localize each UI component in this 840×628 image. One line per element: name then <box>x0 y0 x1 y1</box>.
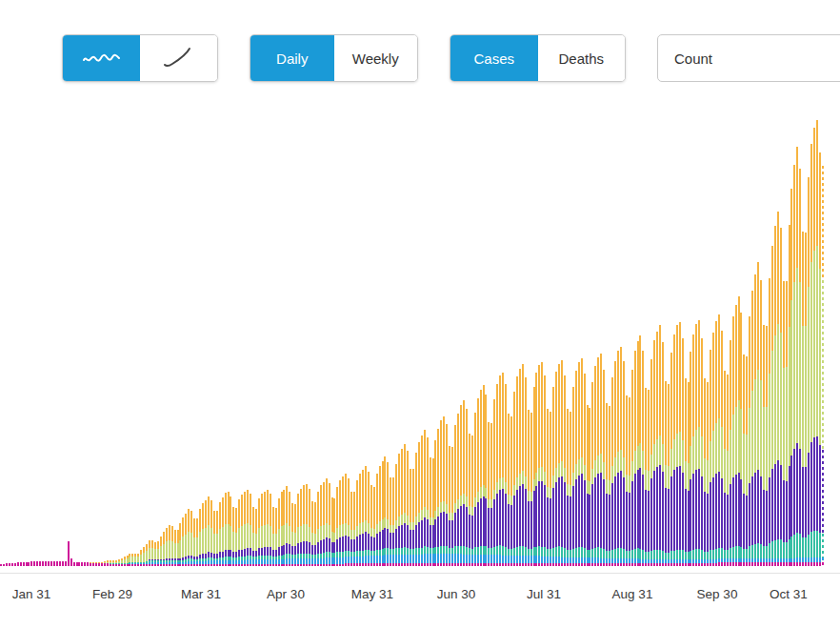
bar-day-231[interactable] <box>648 390 650 566</box>
bar-day-289[interactable] <box>810 144 812 566</box>
bar-day-34[interactable] <box>95 562 97 566</box>
bar-day-70[interactable] <box>196 518 198 566</box>
bar-day-175[interactable] <box>490 423 492 566</box>
bar-day-240[interactable] <box>673 334 675 566</box>
bar-day-168[interactable] <box>471 436 473 566</box>
bar-day-230[interactable] <box>645 388 647 566</box>
bar-day-94[interactable] <box>264 492 266 566</box>
bar-day-14[interactable] <box>39 561 41 566</box>
bar-day-235[interactable] <box>659 325 661 566</box>
bar-day-265[interactable] <box>743 355 745 566</box>
bar-day-247[interactable] <box>692 334 694 566</box>
bar-day-169[interactable] <box>474 413 476 566</box>
bar-day-202[interactable] <box>567 409 569 566</box>
bar-day-48[interactable] <box>134 554 136 566</box>
bar-day-250[interactable] <box>701 338 703 566</box>
bar-day-116[interactable] <box>326 478 328 566</box>
bar-day-149[interactable] <box>418 442 420 566</box>
bar-day-53[interactable] <box>149 540 150 566</box>
bar-day-25[interactable] <box>70 558 72 566</box>
bar-day-159[interactable] <box>446 424 448 566</box>
bar-day-73[interactable] <box>205 500 207 566</box>
bar-day-101[interactable] <box>283 490 285 566</box>
bar-day-274[interactable] <box>769 278 770 566</box>
bar-day-287[interactable] <box>805 233 807 566</box>
metric-deaths-button[interactable]: Deaths <box>538 35 626 81</box>
bar-day-288[interactable] <box>808 177 810 566</box>
bar-day-198[interactable] <box>555 372 557 566</box>
bar-day-194[interactable] <box>544 375 546 566</box>
bar-day-13[interactable] <box>36 561 38 566</box>
bar-day-99[interactable] <box>278 498 280 566</box>
bar-day-42[interactable] <box>118 559 120 566</box>
bar-day-248[interactable] <box>695 324 697 566</box>
bar-day-174[interactable] <box>488 422 490 566</box>
bar-day-162[interactable] <box>454 425 456 566</box>
bar-day-208[interactable] <box>584 374 586 566</box>
bar-day-270[interactable] <box>757 262 759 566</box>
bar-day-50[interactable] <box>140 550 142 566</box>
bar-day-132[interactable] <box>370 485 372 566</box>
bar-day-273[interactable] <box>766 326 768 566</box>
bar-day-15[interactable] <box>42 561 44 566</box>
bar-day-224[interactable] <box>629 397 630 566</box>
bar-day-193[interactable] <box>541 362 543 566</box>
bar-day-82[interactable] <box>230 496 231 566</box>
bar-day-141[interactable] <box>395 464 397 566</box>
bar-day-123[interactable] <box>345 474 347 566</box>
bar-day-23[interactable] <box>65 561 67 566</box>
bar-day-103[interactable] <box>289 492 290 566</box>
bar-day-16[interactable] <box>45 561 47 566</box>
bar-day-7[interactable] <box>20 562 22 566</box>
bar-day-189[interactable] <box>530 413 532 566</box>
bar-day-150[interactable] <box>421 436 423 566</box>
bar-day-179[interactable] <box>502 373 504 566</box>
bar-day-26[interactable] <box>73 562 75 566</box>
bar-day-206[interactable] <box>578 362 580 566</box>
bar-day-2[interactable] <box>6 563 8 566</box>
bar-day-183[interactable] <box>513 392 515 566</box>
bar-day-122[interactable] <box>342 476 344 566</box>
bar-day-88[interactable] <box>247 490 249 566</box>
bar-day-20[interactable] <box>56 561 58 566</box>
bar-day-156[interactable] <box>437 429 439 566</box>
bar-day-158[interactable] <box>443 416 445 566</box>
bar-day-38[interactable] <box>107 560 109 566</box>
bar-day-180[interactable] <box>505 384 507 566</box>
bar-day-291[interactable] <box>816 120 818 566</box>
bar-day-155[interactable] <box>434 440 436 566</box>
bar-day-148[interactable] <box>415 453 417 566</box>
bar-day-181[interactable] <box>508 414 510 566</box>
bar-day-219[interactable] <box>614 361 616 566</box>
bar-day-124[interactable] <box>348 478 350 566</box>
bar-day-59[interactable] <box>166 528 168 566</box>
frequency-daily-button[interactable]: Daily <box>250 35 334 81</box>
bar-day-280[interactable] <box>786 281 788 566</box>
bar-day-237[interactable] <box>665 381 667 566</box>
bar-day-3[interactable] <box>9 563 10 566</box>
bar-day-129[interactable] <box>362 470 364 566</box>
bar-day-164[interactable] <box>460 405 462 566</box>
bar-day-249[interactable] <box>698 320 700 566</box>
bar-day-113[interactable] <box>317 492 319 566</box>
bar-day-153[interactable] <box>430 457 431 566</box>
bar-day-78[interactable] <box>219 502 221 566</box>
bar-day-17[interactable] <box>48 561 50 566</box>
bar-day-144[interactable] <box>404 444 406 566</box>
bar-day-272[interactable] <box>763 325 765 566</box>
bar-day-98[interactable] <box>275 508 277 566</box>
bar-day-52[interactable] <box>146 544 148 566</box>
bar-day-151[interactable] <box>424 430 426 566</box>
bar-day-87[interactable] <box>244 492 246 566</box>
bar-day-225[interactable] <box>631 370 633 566</box>
bar-day-86[interactable] <box>241 495 243 566</box>
bar-day-275[interactable] <box>771 246 773 566</box>
bar-day-54[interactable] <box>151 540 153 566</box>
bar-day-143[interactable] <box>401 449 403 566</box>
bar-day-33[interactable] <box>92 562 94 566</box>
bar-day-40[interactable] <box>112 560 114 566</box>
plot-area[interactable] <box>0 118 840 566</box>
bar-day-145[interactable] <box>407 451 409 566</box>
bar-day-152[interactable] <box>427 437 429 566</box>
bar-day-260[interactable] <box>730 340 731 566</box>
